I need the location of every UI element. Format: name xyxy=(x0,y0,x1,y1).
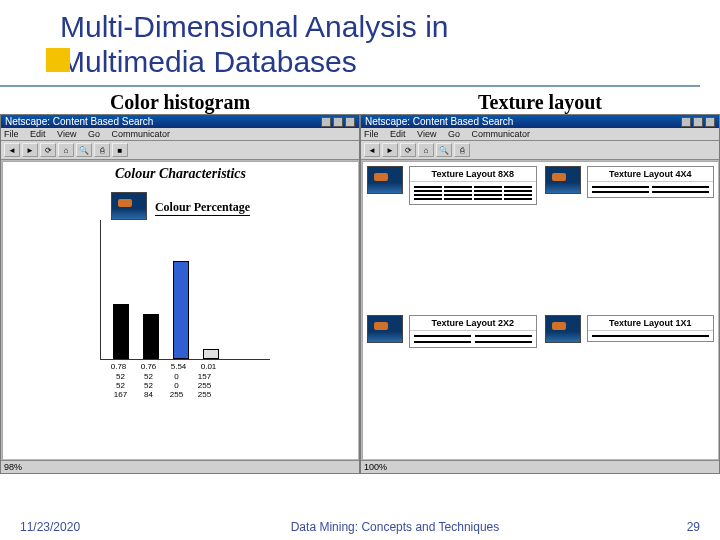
window-title: Netscape: Content Based Search xyxy=(365,116,513,127)
bar-chart xyxy=(100,220,270,360)
menu-view[interactable]: View xyxy=(417,129,436,139)
menu-view[interactable]: View xyxy=(57,129,76,139)
bar-1 xyxy=(113,304,129,359)
forward-icon[interactable]: ► xyxy=(382,143,398,157)
home-icon[interactable]: ⌂ xyxy=(58,143,74,157)
close-button[interactable] xyxy=(705,117,715,127)
print-icon[interactable]: ⎙ xyxy=(94,143,110,157)
content-heading: Colour Characteristics xyxy=(3,162,358,186)
query-image-thumb xyxy=(111,192,147,220)
section-label-right: Texture layout xyxy=(360,91,720,114)
menu-go[interactable]: Go xyxy=(448,129,460,139)
reload-icon[interactable]: ⟳ xyxy=(400,143,416,157)
slide-title-2: Multimedia Databases xyxy=(60,45,720,80)
maximize-button[interactable] xyxy=(333,117,343,127)
window-title: Netscape: Content Based Search xyxy=(5,116,153,127)
menu-edit[interactable]: Edit xyxy=(30,129,46,139)
menu-edit[interactable]: Edit xyxy=(390,129,406,139)
menu-communicator[interactable]: Communicator xyxy=(111,129,170,139)
bar-2 xyxy=(143,314,159,359)
status-progress: 100% xyxy=(364,462,387,472)
menu-communicator[interactable]: Communicator xyxy=(471,129,530,139)
menu-go[interactable]: Go xyxy=(88,129,100,139)
texture-grid-4x4 xyxy=(592,186,710,193)
toolbar: ◄ ► ⟳ ⌂ 🔍 ⎙ xyxy=(361,141,719,160)
maximize-button[interactable] xyxy=(693,117,703,127)
color-rgb-table: 52520157 52520255 16784255255 xyxy=(110,372,270,399)
reload-icon[interactable]: ⟳ xyxy=(40,143,56,157)
bar-value-labels: 0.78 0.76 5.54 0.01 xyxy=(108,362,270,371)
menubar: File Edit View Go Communicator xyxy=(361,128,719,141)
print-icon[interactable]: ⎙ xyxy=(454,143,470,157)
minimize-button[interactable] xyxy=(681,117,691,127)
search-icon[interactable]: 🔍 xyxy=(436,143,452,157)
texture-panel-title-1x1: Texture Layout 1X1 xyxy=(588,316,714,331)
bar-3 xyxy=(173,261,189,359)
search-icon[interactable]: 🔍 xyxy=(76,143,92,157)
texture-grid-2x2 xyxy=(414,335,532,343)
texture-panel-title-8x8: Texture Layout 8X8 xyxy=(410,167,536,182)
app-window-color-histogram: Netscape: Content Based Search File Edit… xyxy=(0,114,360,474)
section-label-left: Color histogram xyxy=(0,91,360,114)
stop-icon[interactable]: ■ xyxy=(112,143,128,157)
minimize-button[interactable] xyxy=(321,117,331,127)
query-image-thumb xyxy=(367,315,403,343)
slide-title-1: Multi-Dimensional Analysis in xyxy=(60,10,720,45)
texture-panel-title-4x4: Texture Layout 4X4 xyxy=(588,167,714,182)
page-number: 29 xyxy=(650,520,700,534)
bar-4 xyxy=(203,349,219,359)
footer-date: 11/23/2020 xyxy=(20,520,140,534)
back-icon[interactable]: ◄ xyxy=(364,143,380,157)
toolbar: ◄ ► ⟳ ⌂ 🔍 ⎙ ■ xyxy=(1,141,359,160)
title-underline xyxy=(0,85,700,87)
texture-grid-8x8 xyxy=(414,186,532,200)
back-icon[interactable]: ◄ xyxy=(4,143,20,157)
home-icon[interactable]: ⌂ xyxy=(418,143,434,157)
query-image-thumb xyxy=(545,315,581,343)
menu-file[interactable]: File xyxy=(364,129,379,139)
query-image-thumb xyxy=(367,166,403,194)
texture-grid-1x1 xyxy=(592,335,710,337)
menubar: File Edit View Go Communicator xyxy=(1,128,359,141)
texture-panel-title-2x2: Texture Layout 2X2 xyxy=(410,316,536,331)
chart-subtitle: Colour Percentage xyxy=(155,200,250,216)
menu-file[interactable]: File xyxy=(4,129,19,139)
forward-icon[interactable]: ► xyxy=(22,143,38,157)
footer-caption: Data Mining: Concepts and Techniques xyxy=(140,520,650,534)
app-window-texture-layout: Netscape: Content Based Search File Edit… xyxy=(360,114,720,474)
title-accent xyxy=(46,48,70,72)
close-button[interactable] xyxy=(345,117,355,127)
status-progress: 98% xyxy=(4,462,22,472)
query-image-thumb xyxy=(545,166,581,194)
